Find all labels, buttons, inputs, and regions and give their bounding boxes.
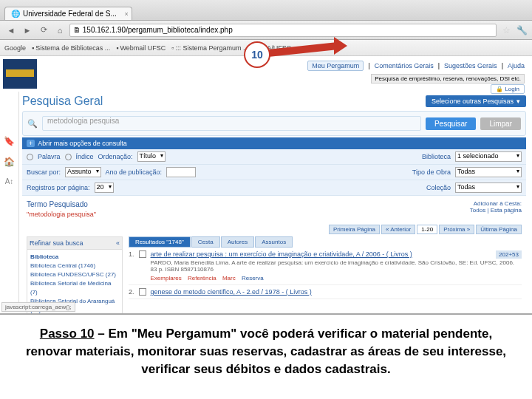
cart-links: Adicionar à Cesta: Todos | Esta página [470,200,522,214]
link-reserva[interactable]: Reserva [242,275,264,282]
tab-title: Universidade Federal de S... [23,10,117,18]
bookmark-item[interactable]: ▫ ::: Sistema Pergamum ... [171,44,248,52]
result-title[interactable]: genese do metodo cientifico, A - 2.ed / … [151,288,312,296]
collapse-icon: « [116,239,120,247]
type-select[interactable]: Todas [455,167,522,177]
refine-header[interactable]: Refinar sua busca« [27,236,123,250]
browser-tab[interactable]: 🌐 Universidade Federal de S... × [4,7,132,20]
tag-icon[interactable]: 🔖 [4,136,15,146]
login-button[interactable]: 🔒 Login [491,84,525,94]
settings-wrench-icon[interactable]: 🔧 [516,25,528,35]
sub-description: Pesquisa de empréstimo, reserva, renovaç… [371,74,525,83]
bookmark-star-icon[interactable]: ☆ [502,25,511,35]
expand-options-bar[interactable]: + Abrir mais opções de consulta [22,137,526,149]
bookmark-item[interactable]: Google [4,44,26,52]
library-select[interactable]: 1 selecionado [455,151,522,162]
ufsc-logo [3,59,37,89]
ajuda-link[interactable]: Ajuda [508,62,525,69]
terms-value: "metodologia pesquisa" [27,211,522,218]
close-icon[interactable]: × [124,10,128,18]
radio-palavra[interactable] [27,154,33,160]
add-page-link[interactable]: Esta página [491,207,522,214]
chevron-down-icon: ▾ [516,98,520,105]
reload-button[interactable]: ⟳ [37,24,50,37]
tab-results[interactable]: Resultados "1748" [129,236,191,248]
terms-label: Termo Pesquisado [27,200,522,208]
side-toolbar: 🔖 🏠 A↕ [0,92,19,310]
year-input[interactable] [166,167,196,177]
address-bar: ◄ ► ⟳ ⌂ 🗎 150.162.1.90/pergamum_bibliote… [0,21,532,40]
refine-item[interactable]: Biblioteca FUNDESC/UFSC (27) [30,271,116,278]
url-input[interactable]: 🗎 150.162.1.90/pergamum_biblioteca/index… [69,24,497,37]
meu-pergamum-link[interactable]: Meu Pergamum [307,61,364,71]
tab-cesta[interactable]: Cesta [191,236,220,248]
add-all-link[interactable]: Todos [470,207,485,214]
tab-assuntos[interactable]: Assuntos [255,236,293,248]
refine-item[interactable]: Biblioteca Setorial de Medicina (7) [30,280,111,296]
tab-autores[interactable]: Autores [221,236,255,248]
caption-text: – Em "Meu Pergamum" você poderá verifica… [26,327,506,376]
clear-button[interactable]: Limpar [480,117,521,130]
collection-select[interactable]: Todas [455,183,522,193]
terms-block: Adicionar à Cesta: Todos | Esta página T… [22,196,526,222]
bookmark-item[interactable]: ▪ Sistema de Bibliotecas ... [32,44,110,52]
forward-button[interactable]: ► [21,24,34,37]
lock-icon: 🔒 [496,86,503,92]
perpage-select[interactable]: 20 [95,183,114,193]
refine-item[interactable]: Biblioteca Central (1746) [30,262,95,269]
main-content: 🔖 🏠 A↕ Pesquisa Geral Selecione outras P… [0,92,532,310]
page-range: 1-20 [417,225,437,234]
callout-arrow [266,38,355,61]
result-row: 1. arte de realizar pesquisa : um exercí… [129,248,522,285]
bookmark-item[interactable]: ▪ Webmail UFSC [116,44,166,52]
link-marc[interactable]: Marc [222,275,236,282]
next-page[interactable]: Próxima » [439,225,474,234]
url-text: 150.162.1.90/pergamum_biblioteca/index.p… [83,26,233,34]
page-icon: 🗎 [73,26,81,34]
home-button[interactable]: ⌂ [53,24,66,37]
searchby-select[interactable]: Assunto [65,167,101,177]
step-callout: 10 [244,41,270,68]
pager: Primeira Página « Anterior 1-20 Próxima … [22,222,526,236]
last-page[interactable]: Última Página [476,225,522,234]
prev-page[interactable]: « Anterior [381,225,415,234]
link-referencia[interactable]: Referência [188,275,216,282]
result-checkbox[interactable] [139,288,146,296]
globe-icon: 🌐 [11,10,20,18]
top-links: Meu Pergamum | Comentários Gerais | Suge… [307,61,525,71]
result-checkbox[interactable] [139,250,146,258]
search-button[interactable]: Pesquisar [426,117,476,130]
search-icon: 🔍 [27,119,38,129]
filter-row-3: Registros por página:20 ColeçãoTodas [22,180,526,196]
search-input[interactable]: metodologia pesquisa [42,116,421,131]
caption-step: Passo 10 [40,327,95,341]
result-access[interactable]: 202+53 [496,250,522,259]
refine-category: Biblioteca [30,253,58,260]
filter-row-1: Palavra Índice Ordenação:Título Bibliote… [22,149,526,165]
back-button[interactable]: ◄ [4,24,18,37]
status-bar: javascript:carrega_aew(); [1,302,75,312]
filter-row-2: Buscar por:Assunto Ano de publicação: Ti… [22,165,526,180]
result-row: 2. genese do metodo cientifico, A - 2.ed… [129,285,522,299]
plus-icon: + [27,140,35,147]
tutorial-caption: Passo 10 – Em "Meu Pergamum" você poderá… [0,313,532,399]
search-row: 🔍 metodologia pesquisa Pesquisar Limpar [22,111,526,136]
result-title[interactable]: arte de realizar pesquisa : um exercício… [151,250,412,258]
page-title: Pesquisa Geral [22,95,103,108]
link-exemplares[interactable]: Exemplares [151,275,182,282]
browser-tabstrip: 🌐 Universidade Federal de S... × [0,0,532,21]
sort-select[interactable]: Título [137,151,166,162]
result-desc: PARDO, Maria Benedita Lima. A arte de re… [151,259,522,273]
home-icon[interactable]: 🏠 [4,157,15,167]
select-other-searches[interactable]: Selecione outras Pesquisas▾ [426,95,526,107]
comentarios-link[interactable]: Comentários Gerais [375,62,434,69]
text-size-icon[interactable]: A↕ [5,177,14,185]
first-page[interactable]: Primeira Página [329,225,380,234]
radio-indice[interactable] [65,154,72,160]
sugestoes-link[interactable]: Sugestões Gerais [444,62,497,69]
